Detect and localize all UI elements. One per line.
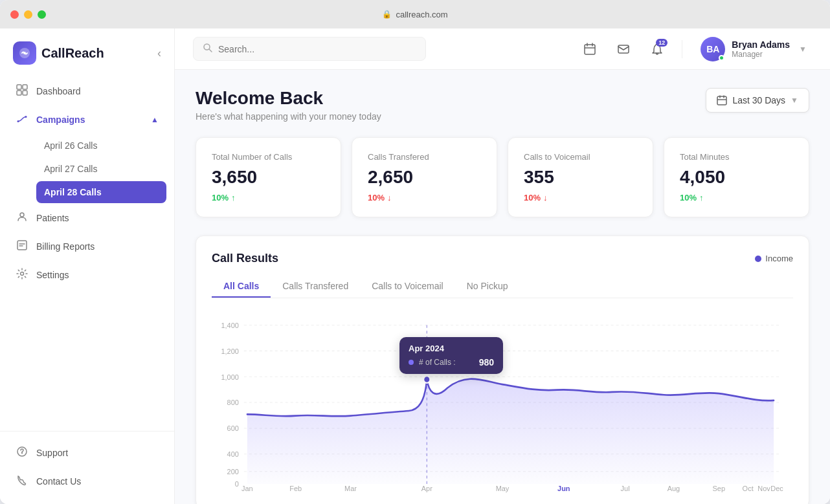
sidebar-item-campaigns[interactable]: Campaigns ▲ xyxy=(8,106,166,133)
billing-label: Billing Reports xyxy=(36,241,95,252)
legend-dot xyxy=(755,256,761,262)
svg-text:Apr: Apr xyxy=(421,484,432,492)
dashboard-label: Dashboard xyxy=(36,86,81,96)
svg-text:Nov: Nov xyxy=(757,484,770,492)
user-menu[interactable]: BA Bryan Adams Manager ▼ xyxy=(695,34,812,64)
settings-icon xyxy=(16,268,28,282)
chart-title: Call Results xyxy=(212,252,278,265)
svg-text:Jun: Jun xyxy=(557,484,570,492)
chart-header: Call Results Income xyxy=(212,252,793,265)
user-role: Manager xyxy=(732,50,790,59)
svg-point-12 xyxy=(21,272,24,276)
sidebar-item-contact[interactable]: Contact Us xyxy=(8,468,166,495)
chart-svg: 1,400 1,200 1,000 800 600 400 200 0 xyxy=(212,311,793,492)
chart-section: Call Results Income All Calls Calls Tran… xyxy=(196,236,809,504)
maximize-dot[interactable] xyxy=(38,10,46,19)
stat-card-total-calls: Total Number of Calls 3,650 10% ↑ xyxy=(196,137,341,217)
stat-value-0: 3,650 xyxy=(212,167,325,188)
logo-text: CallReach xyxy=(41,46,104,61)
user-name: Bryan Adams xyxy=(732,39,790,50)
avatar-initials: BA xyxy=(706,44,719,54)
notification-badge: 12 xyxy=(656,39,667,47)
svg-text:Mar: Mar xyxy=(344,484,357,492)
tab-calls-voicemail[interactable]: Calls to Voicemail xyxy=(360,276,455,298)
arrow-down-icon-1: ↓ xyxy=(387,193,392,203)
date-filter-button[interactable]: Last 30 Days ▼ xyxy=(706,88,809,113)
tab-calls-transferred[interactable]: Calls Transfered xyxy=(271,276,360,298)
svg-text:400: 400 xyxy=(227,450,239,458)
chart-tabs: All Calls Calls Transfered Calls to Voic… xyxy=(212,276,793,298)
page-title: Welcome Back xyxy=(196,88,381,109)
topbar-divider xyxy=(682,40,682,58)
svg-rect-9 xyxy=(17,241,27,250)
stat-change-value-2: 10% xyxy=(524,193,541,203)
svg-rect-16 xyxy=(585,45,595,54)
logo: CallReach xyxy=(13,41,104,65)
svg-text:200: 200 xyxy=(227,468,239,476)
user-chevron-icon: ▼ xyxy=(799,45,807,54)
sidebar-item-settings[interactable]: Settings xyxy=(8,261,166,289)
svg-rect-2 xyxy=(17,85,21,89)
sidebar-item-support[interactable]: Support xyxy=(8,439,166,466)
stat-label-1: Calls Transfered xyxy=(368,152,481,162)
stat-value-1: 2,650 xyxy=(368,167,481,188)
contact-label: Contact Us xyxy=(36,476,81,487)
sidebar-item-dashboard[interactable]: Dashboard xyxy=(8,78,166,105)
topbar-actions: 12 BA Bryan Adams Manager ▼ xyxy=(578,34,812,64)
april27-label: April 27 Calls xyxy=(44,164,97,174)
legend-label: Income xyxy=(765,254,793,263)
stat-value-3: 4,050 xyxy=(680,167,793,188)
sidebar-item-april27[interactable]: April 27 Calls xyxy=(36,158,166,180)
tab-all-calls[interactable]: All Calls xyxy=(212,276,271,298)
tab-no-pickup[interactable]: No Pickup xyxy=(455,276,520,298)
sidebar-item-billing[interactable]: Billing Reports xyxy=(8,233,166,260)
search-icon xyxy=(203,43,213,55)
stat-change-3: 10% ↑ xyxy=(680,193,793,203)
sidebar-item-april28[interactable]: April 28 Calls xyxy=(36,181,166,203)
sidebar: CallReach ‹ Dashboard xyxy=(0,28,175,504)
svg-rect-20 xyxy=(618,45,629,53)
arrow-up-icon-0: ↑ xyxy=(231,193,236,203)
svg-point-1 xyxy=(23,52,26,54)
online-indicator xyxy=(719,55,724,61)
app-window: 🔒 callreach.com CallReach ‹ xyxy=(0,0,830,504)
support-icon xyxy=(16,446,28,460)
mail-button[interactable] xyxy=(612,38,635,61)
april26-label: April 26 Calls xyxy=(44,140,97,151)
patients-icon xyxy=(16,211,28,225)
stat-card-minutes: Total Minutes 4,050 10% ↑ xyxy=(664,137,809,217)
search-box[interactable] xyxy=(193,37,426,61)
search-input[interactable] xyxy=(218,44,416,54)
sidebar-header: CallReach ‹ xyxy=(0,28,174,75)
sidebar-item-april26[interactable]: April 26 Calls xyxy=(36,135,166,157)
svg-point-41 xyxy=(423,376,430,383)
stat-change-value-0: 10% xyxy=(212,193,229,203)
notifications-button[interactable]: 12 xyxy=(645,38,669,61)
stat-label-3: Total Minutes xyxy=(680,152,793,162)
billing-icon xyxy=(16,239,28,254)
campaigns-label: Campaigns xyxy=(36,115,85,125)
sidebar-nav: Dashboard Campaigns ▲ xyxy=(0,75,174,431)
svg-text:1,200: 1,200 xyxy=(221,347,238,355)
svg-text:800: 800 xyxy=(227,399,239,406)
svg-text:600: 600 xyxy=(227,424,239,432)
svg-text:Dec: Dec xyxy=(770,484,783,492)
dashboard-icon xyxy=(16,84,28,98)
calendar-button[interactable] xyxy=(578,38,601,61)
svg-text:May: May xyxy=(496,484,510,492)
main-content: Welcome Back Here's what happening with … xyxy=(175,70,830,504)
lock-icon: 🔒 xyxy=(382,10,392,19)
page-subtitle: Here's what happening with your money to… xyxy=(196,111,381,122)
minimize-dot[interactable] xyxy=(24,10,32,19)
stat-label-0: Total Number of Calls xyxy=(212,152,325,162)
sidebar-item-patients[interactable]: Patients xyxy=(8,204,166,232)
date-filter-label: Last 30 Days xyxy=(732,95,785,105)
close-dot[interactable] xyxy=(10,10,19,19)
collapse-sidebar-button[interactable]: ‹ xyxy=(157,47,161,60)
svg-line-15 xyxy=(209,49,212,52)
app-shell: CallReach ‹ Dashboard xyxy=(0,28,830,504)
page-title-group: Welcome Back Here's what happening with … xyxy=(196,88,381,122)
svg-rect-21 xyxy=(717,96,726,105)
logo-icon xyxy=(13,41,36,65)
support-label: Support xyxy=(36,448,68,458)
